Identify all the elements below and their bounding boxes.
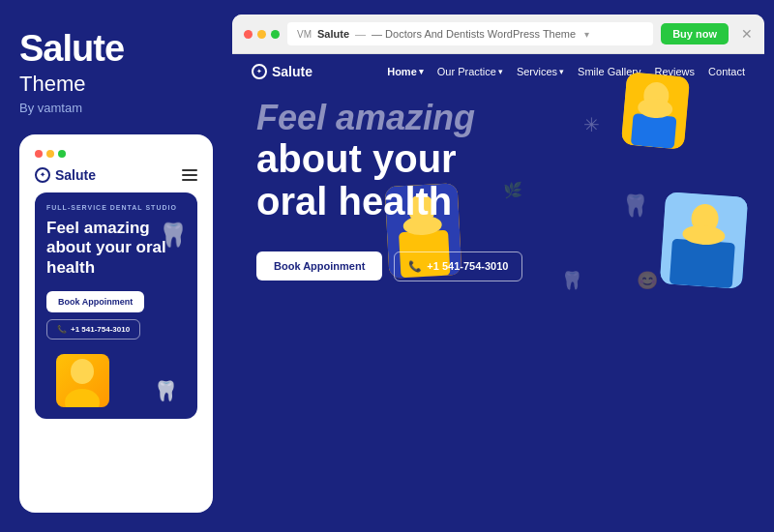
- website-nav-links: Home ▾ Our Practice ▾ Services ▾ Smile G…: [387, 66, 745, 77]
- website-logo-icon: ✦: [252, 64, 267, 79]
- heart-tooth-icon: 🦷: [159, 222, 188, 249]
- mobile-menu-icon[interactable]: [182, 169, 197, 181]
- mobile-dots: [35, 150, 197, 158]
- mobile-image-area: 🦷: [46, 349, 186, 407]
- mobile-book-button[interactable]: Book Appoinment: [46, 291, 144, 312]
- browser-path: — Doctors And Dentists WordPress Theme: [372, 28, 576, 40]
- mobile-nav-bar: ✦ Salute: [35, 167, 197, 183]
- browser-close-icon[interactable]: ✕: [741, 26, 753, 42]
- nav-link-practice[interactable]: Our Practice ▾: [437, 66, 503, 77]
- mobile-logo-text: Salute: [55, 167, 96, 183]
- phone-icon-hero: 📞: [408, 260, 422, 273]
- mobile-hero-section: FULL-SERVICE DENTAL STUDIO Feel amazing …: [35, 192, 197, 419]
- hero-headline-line3: oral health: [256, 180, 740, 222]
- brand-by: By vamtam: [19, 101, 213, 115]
- dot-green: [58, 150, 66, 158]
- svg-point-1: [65, 389, 100, 407]
- nav-link-contact[interactable]: Contact: [708, 66, 745, 77]
- svg-point-0: [71, 359, 94, 384]
- browser-dot-red[interactable]: [244, 30, 253, 39]
- hero-headline: Feel amazing about your oral health: [256, 99, 740, 222]
- brand-subtitle: Theme: [19, 72, 213, 97]
- website-content: ✦ Salute Home ▾ Our Practice ▾ Services …: [232, 54, 764, 532]
- brand-title: Salute: [19, 29, 213, 70]
- phone-icon: 📞: [57, 325, 67, 334]
- browser-buy-button[interactable]: Buy now: [661, 23, 729, 44]
- nav-link-home[interactable]: Home ▾: [387, 66, 424, 77]
- browser-dot-yellow[interactable]: [257, 30, 266, 39]
- mobile-logo: ✦ Salute: [35, 167, 96, 183]
- tooth-icon-mobile: 🦷: [154, 379, 178, 402]
- nav-link-services[interactable]: Services ▾: [517, 66, 564, 77]
- browser-mockup: VM Salute — — Doctors And Dentists WordP…: [232, 15, 764, 532]
- mobile-cta-row: Book Appoinment 📞 +1 541-754-3010: [46, 291, 186, 340]
- website-hero-section: ✳ Feel amazing about your oral health Bo…: [232, 89, 764, 296]
- browser-dot-green[interactable]: [271, 30, 280, 39]
- hero-cta-row: Book Appoinment 📞 +1 541-754-3010: [256, 251, 740, 281]
- hero-headline-line2: about your: [256, 137, 740, 180]
- browser-vam-logo: VM: [297, 29, 312, 40]
- mobile-mockup-card: ✦ Salute FULL-SERVICE DENTAL STUDIO Feel…: [19, 134, 213, 513]
- mobile-service-label: FULL-SERVICE DENTAL STUDIO: [46, 204, 186, 211]
- hero-book-button[interactable]: Book Appoinment: [256, 251, 382, 281]
- browser-chrome-bar: VM Salute — — Doctors And Dentists WordP…: [232, 15, 764, 54]
- hero-phone-button[interactable]: 📞 +1 541-754-3010: [394, 251, 522, 281]
- website-logo: ✦ Salute: [252, 64, 313, 79]
- person-silhouette-svg: [56, 354, 109, 407]
- browser-address-bar[interactable]: VM Salute — — Doctors And Dentists WordP…: [287, 22, 653, 45]
- mobile-logo-icon: ✦: [35, 167, 50, 183]
- browser-dropdown-arrow: ▾: [584, 29, 589, 40]
- left-panel: Salute Theme By vamtam ✦ Salute FULL-SER…: [0, 0, 232, 532]
- dot-red: [35, 150, 43, 158]
- dot-yellow: [46, 150, 54, 158]
- mobile-phone-button[interactable]: 📞 +1 541-754-3010: [46, 319, 140, 340]
- website-logo-text: Salute: [272, 64, 313, 79]
- browser-separator: —: [355, 28, 366, 40]
- mobile-person-image: [56, 354, 109, 407]
- browser-site-name: Salute: [317, 28, 349, 40]
- hero-headline-line1: Feel amazing: [256, 99, 740, 137]
- browser-control-dots: [244, 30, 280, 39]
